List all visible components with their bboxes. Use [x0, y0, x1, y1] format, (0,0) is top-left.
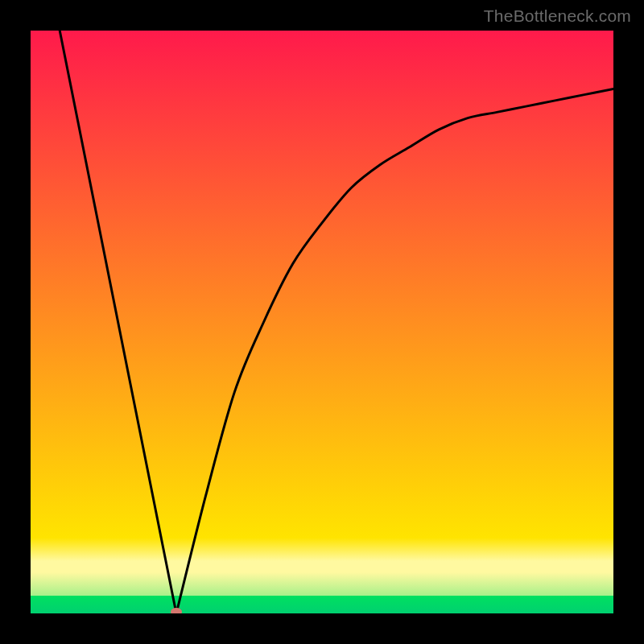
- chart-frame: TheBottleneck.com: [0, 0, 644, 644]
- bottleneck-curve: [60, 31, 613, 613]
- watermark-label: TheBottleneck.com: [484, 6, 631, 26]
- minimum-marker: [171, 608, 182, 613]
- curve-layer: [31, 31, 613, 613]
- plot-area: [31, 31, 613, 613]
